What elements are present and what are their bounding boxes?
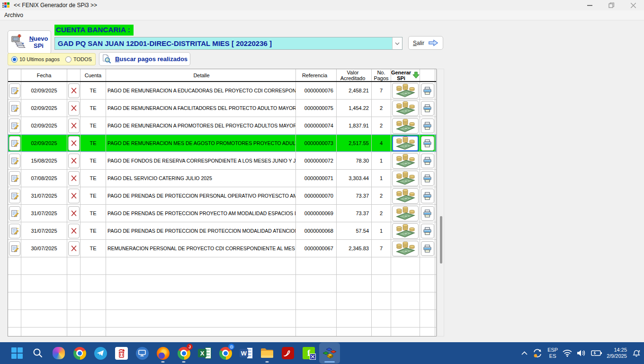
header-print-column (420, 69, 435, 81)
taskbar-fenix-spi3-active[interactable] (319, 343, 340, 364)
empty-table-row (8, 292, 436, 310)
edit-row-button[interactable] (9, 136, 20, 151)
edit-row-button[interactable] (9, 206, 20, 221)
start-button[interactable] (7, 343, 27, 364)
grid-scrollbar-thumb[interactable] (440, 216, 442, 264)
radio-todos[interactable] (65, 56, 72, 63)
taskbar-fenix-xls[interactable]: f (298, 343, 319, 364)
edit-row-button[interactable] (9, 101, 20, 116)
edit-row-button[interactable] (9, 224, 20, 238)
taskbar-copilot[interactable] (48, 343, 69, 364)
edit-row-button[interactable] (9, 171, 20, 186)
print-row-button[interactable] (421, 241, 434, 256)
taskbar-telegram[interactable] (90, 343, 111, 364)
generar-spi-button[interactable] (392, 206, 419, 221)
print-row-button[interactable] (421, 189, 434, 203)
folder-icon (260, 347, 274, 359)
table-row: 02/09/2025 TE PAGO DE REMUNERACION MES D… (8, 135, 436, 152)
generar-spi-button[interactable] (392, 223, 419, 239)
edit-row-button[interactable] (9, 241, 20, 256)
cell-fecha: 02/09/2025 (21, 100, 67, 117)
language-indicator[interactable]: ESPES (547, 347, 558, 359)
buscar-pagos-button[interactable]: Buscar pagos realizados (99, 52, 190, 66)
delete-row-button[interactable] (68, 171, 80, 186)
delete-row-button[interactable] (68, 241, 80, 256)
generar-spi-button[interactable] (392, 118, 419, 134)
nuevo-spi-label-1: Nuevo (29, 35, 48, 42)
delete-row-button[interactable] (68, 154, 80, 168)
tray-chevron-up-icon[interactable] (521, 351, 528, 355)
taskbar-remote-desktop[interactable] (132, 343, 152, 364)
delete-row-button[interactable] (68, 224, 80, 238)
table-row: 31/07/2025 TE PAGO DE PRENDAS DE PROTECC… (8, 187, 436, 205)
taskbar-excel[interactable]: X (194, 343, 215, 364)
active-indicator (324, 361, 335, 363)
generar-spi-button[interactable] (392, 153, 419, 169)
cell-fecha: 31/07/2025 (21, 187, 67, 204)
firefox-icon (157, 347, 170, 360)
generar-spi-button[interactable] (392, 241, 419, 256)
delete-row-button[interactable] (68, 118, 80, 133)
delete-row-button[interactable] (68, 189, 80, 203)
menu-archivo[interactable]: Archivo (0, 12, 27, 18)
taskbar-chrome[interactable] (69, 343, 90, 364)
wifi-icon[interactable] (563, 349, 572, 357)
volume-icon[interactable] (577, 349, 586, 357)
close-button[interactable] (622, 0, 644, 10)
table-row: 30/07/2025 TE REMUNERACION PERSONAL DE P… (8, 240, 436, 257)
print-row-button[interactable] (421, 171, 434, 186)
cell-detalle: PAGO DE PRENDAS DE PROTECCION PROYECTO A… (106, 205, 296, 222)
acrobat-icon (282, 347, 294, 359)
recycle-app-icon (115, 347, 128, 360)
print-row-button[interactable] (421, 101, 434, 116)
edit-row-button[interactable] (9, 118, 20, 133)
exit-arrow-icon (428, 39, 438, 46)
print-row-button[interactable] (421, 118, 434, 133)
delete-row-button[interactable] (68, 83, 80, 98)
taskbar-word[interactable]: W (236, 343, 257, 364)
taskbar-firefox[interactable] (152, 343, 173, 364)
delete-row-button[interactable] (68, 206, 80, 221)
delete-row-button[interactable] (68, 136, 80, 151)
generar-spi-button[interactable] (392, 171, 419, 186)
minimize-button[interactable] (579, 0, 600, 10)
print-row-button[interactable] (421, 206, 434, 221)
radio-10-ultimos[interactable] (11, 56, 18, 63)
edit-row-button[interactable] (9, 154, 20, 168)
salir-button[interactable]: Salir (408, 36, 443, 50)
cuenta-bancaria-combobox[interactable]: GAD PQ SAN JUAN 12D01-DIREC-DISTRITAL MI… (54, 37, 402, 50)
notification-bell-icon[interactable]: z (632, 349, 641, 358)
red-x-icon (71, 87, 77, 94)
taskbar-recycle-app[interactable] (111, 343, 132, 364)
cell-cuenta: TE (80, 240, 106, 257)
generar-spi-button[interactable] (392, 100, 419, 116)
delete-row-button[interactable] (68, 101, 80, 116)
taskbar-chrome-profile-j[interactable]: J (173, 343, 194, 364)
red-x-icon (71, 122, 77, 129)
restore-button[interactable] (600, 0, 622, 10)
taskbar-acrobat[interactable] (277, 343, 298, 364)
combo-chevron-down-icon[interactable] (392, 37, 402, 49)
cell-valor-acreditado: 73.37 (337, 205, 372, 222)
taskbar-file-explorer[interactable] (257, 343, 277, 364)
cell-cuenta: TE (80, 82, 106, 99)
print-row-button[interactable] (421, 83, 434, 98)
sync-tray-icon[interactable] (532, 348, 543, 358)
grid-scrollbar[interactable] (437, 69, 444, 337)
generar-spi-button[interactable] (392, 136, 419, 151)
print-row-button[interactable] (421, 154, 434, 168)
battery-icon[interactable] (591, 350, 602, 356)
red-x-icon (71, 105, 77, 111)
edit-row-button[interactable] (9, 189, 20, 203)
taskbar-chrome-remote[interactable] (215, 343, 236, 364)
edit-row-button[interactable] (9, 83, 20, 98)
generar-spi-button[interactable] (392, 83, 419, 99)
clock[interactable]: 14:25 2/9/2025 (607, 347, 627, 359)
cell-detalle: PAGO DE REMUNERACION A PROMOTORES DEL PR… (106, 117, 296, 134)
nuevo-spi-button[interactable]: NuevoSPi (8, 30, 51, 54)
print-row-button[interactable] (421, 136, 434, 151)
taskbar-search-button[interactable] (27, 343, 48, 364)
generar-spi-button[interactable] (392, 188, 419, 204)
cell-fecha: 02/09/2025 (21, 82, 67, 99)
print-row-button[interactable] (421, 224, 434, 238)
